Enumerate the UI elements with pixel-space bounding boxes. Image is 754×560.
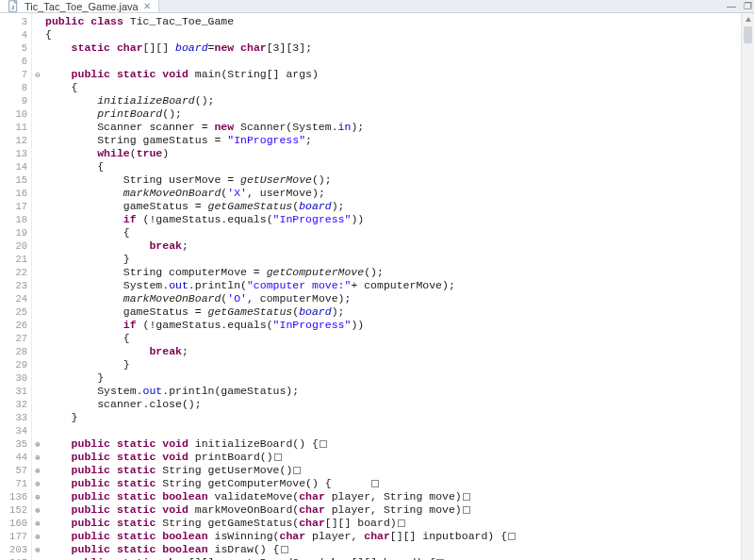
scrollbar-thumb[interactable] [744, 26, 752, 43]
code-line[interactable]: } [45, 358, 748, 371]
fold-expand-icon[interactable]: ⊕ [32, 517, 43, 530]
folded-code-icon[interactable] [320, 440, 327, 448]
code-line[interactable]: } [45, 253, 748, 266]
line-number: 30 [0, 371, 27, 385]
folded-code-icon[interactable] [398, 519, 405, 527]
scroll-up-icon[interactable] [744, 15, 753, 25]
fold-expand-icon[interactable]: ⊕ [32, 490, 43, 503]
code-line[interactable]: initializeBoard(); [45, 94, 748, 107]
line-number: 25 [0, 305, 27, 319]
code-line[interactable]: public static String getComputerMove() { [45, 477, 748, 490]
code-line[interactable]: public static String getGameStatus(char[… [45, 517, 748, 530]
folded-code-icon[interactable] [508, 533, 516, 540]
code-line[interactable]: scanner.close(); [45, 398, 748, 411]
code-line[interactable]: public static boolean isWinning(char pla… [45, 530, 748, 543]
code-line[interactable]: static char[][] board=new char[3][3]; [45, 41, 748, 55]
code-line[interactable]: { [45, 81, 748, 94]
code-line[interactable]: public static void markMoveOnBoard(char … [45, 503, 748, 517]
code-line[interactable]: gameStatus = getGameStatus(board); [45, 200, 748, 213]
fold-blank [32, 213, 43, 226]
folded-code-icon[interactable] [281, 546, 288, 553]
fold-expand-icon[interactable]: ⊕ [32, 503, 43, 517]
fold-expand-icon[interactable]: ⊕ [32, 437, 43, 451]
line-number: 18 [0, 213, 27, 226]
fold-expand-icon[interactable]: ⊕ [32, 543, 43, 556]
code-line[interactable]: { [45, 332, 748, 345]
code-line[interactable]: String computerMove = getComputerMove(); [45, 266, 748, 279]
code-line[interactable]: markMoveOnBoard('O', computerMove); [45, 292, 748, 305]
fold-expand-icon[interactable]: ⊕ [32, 477, 43, 490]
fold-expand-icon[interactable]: ⊕ [32, 556, 43, 560]
folded-code-icon[interactable] [293, 467, 301, 474]
code-line[interactable]: while(true) [45, 147, 748, 160]
code-line[interactable] [45, 55, 748, 68]
code-line[interactable]: gameStatus = getGameStatus(board); [45, 305, 748, 319]
folded-code-icon[interactable] [274, 453, 282, 461]
code-line[interactable]: break; [45, 345, 748, 358]
code-line[interactable]: public static void initializeBoard() { [45, 437, 748, 451]
code-line[interactable]: public static char[][] createBoardCopy(c… [45, 556, 748, 560]
folded-code-icon[interactable] [463, 506, 470, 514]
close-tab-icon[interactable]: ✕ [143, 1, 151, 11]
line-number: 71 [0, 477, 27, 490]
line-number: 32 [0, 398, 27, 411]
line-number: 33 [0, 411, 27, 424]
code-line[interactable] [45, 424, 748, 437]
code-line[interactable]: printBoard(); [45, 107, 748, 121]
folded-code-icon[interactable] [371, 480, 379, 487]
code-line[interactable]: break; [45, 239, 748, 253]
code-editor[interactable]: 3456789101112131415161718192021222324252… [0, 13, 754, 560]
line-number: 10 [0, 107, 27, 121]
code-line[interactable]: public static void printBoard() [45, 451, 748, 464]
fold-blank [32, 121, 43, 134]
file-tab[interactable]: J Tic_Tac_Toe_Game.java ✕ [0, 0, 159, 12]
code-line[interactable]: public static void main(String[] args) [45, 68, 748, 81]
fold-collapse-icon[interactable]: ⊖ [32, 68, 43, 81]
code-line[interactable]: System.out.println(gameStatus); [45, 385, 748, 398]
fold-expand-icon[interactable]: ⊕ [32, 451, 43, 464]
code-line[interactable]: String userMove = getUserMove(); [45, 173, 748, 187]
code-line[interactable]: { [45, 28, 748, 41]
fold-blank [32, 134, 43, 147]
code-line[interactable]: { [45, 160, 748, 173]
code-line[interactable]: public static boolean isDraw() { [45, 543, 748, 556]
restore-button[interactable]: ❐ [744, 1, 752, 11]
code-line[interactable]: public class Tic_Tac_Toe_Game [45, 15, 748, 28]
code-line[interactable]: } [45, 411, 748, 424]
fold-expand-icon[interactable]: ⊕ [32, 530, 43, 543]
code-line[interactable]: { [45, 226, 748, 239]
fold-blank [32, 107, 43, 121]
vertical-scrollbar[interactable] [741, 13, 754, 560]
fold-expand-icon[interactable]: ⊕ [32, 464, 43, 477]
code-line[interactable]: String gameStatus = "InProgress"; [45, 134, 748, 147]
line-number: 5 [0, 41, 27, 55]
fold-blank [32, 187, 43, 200]
code-area[interactable]: public class Tic_Tac_Toe_Game{ static ch… [43, 13, 754, 560]
folded-code-icon[interactable] [463, 493, 470, 501]
line-number: 12 [0, 134, 27, 147]
fold-blank [32, 411, 43, 424]
minimize-button[interactable]: — [727, 1, 736, 11]
fold-blank [32, 266, 43, 279]
fold-blank [32, 345, 43, 358]
code-line[interactable]: public static boolean validateMove(char … [45, 490, 748, 503]
code-line[interactable]: System.out.println("computer move:"+ com… [45, 279, 748, 292]
line-number: 15 [0, 173, 27, 187]
code-line[interactable]: public static String getUserMove() [45, 464, 748, 477]
line-number: 26 [0, 319, 27, 332]
code-line[interactable]: markMoveOnBoard('X', userMove); [45, 187, 748, 200]
fold-blank [32, 226, 43, 239]
code-line[interactable]: Scanner scanner = new Scanner(System.in)… [45, 121, 748, 134]
fold-blank [32, 15, 43, 28]
code-line[interactable]: if (!gameStatus.equals("InProgress")) [45, 319, 748, 332]
code-line[interactable]: if (!gameStatus.equals("InProgress")) [45, 213, 748, 226]
fold-blank [32, 424, 43, 437]
fold-blank [32, 41, 43, 55]
fold-blank [32, 305, 43, 319]
code-line[interactable]: } [45, 371, 748, 385]
line-number: 7 [0, 68, 27, 81]
line-number: 177 [0, 530, 27, 543]
tab-label: Tic_Tac_Toe_Game.java [25, 1, 139, 12]
line-number: 16 [0, 187, 27, 200]
line-number: 17 [0, 200, 27, 213]
